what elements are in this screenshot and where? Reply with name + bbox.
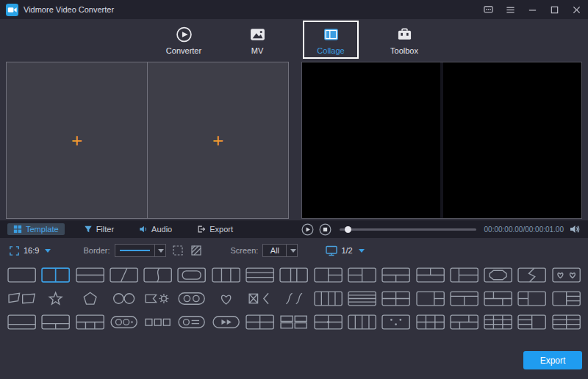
template-cell-heart[interactable] (212, 291, 240, 306)
template-cell-circles-dot[interactable] (110, 314, 138, 330)
template-cell-diagonal[interactable] (110, 267, 138, 283)
template-cell-rows-3[interactable] (245, 267, 274, 283)
window-controls (483, 4, 582, 15)
template-cell-grid-2x2-b[interactable] (245, 314, 274, 330)
collage-slot-1[interactable]: + (7, 62, 148, 218)
template-cell-left2-right1[interactable] (348, 267, 376, 283)
border-label: Border: (83, 246, 110, 255)
main-nav: Converter MV Collage Toolbox (0, 19, 588, 60)
tab-toolbox-label: Toolbox (390, 46, 418, 55)
page-dropdown-arrow[interactable] (359, 249, 365, 253)
template-icon (13, 225, 22, 234)
template-cell-split-h[interactable] (76, 267, 104, 283)
template-grid (0, 263, 588, 330)
seek-slider[interactable] (340, 228, 476, 231)
template-cell-grid-2x2[interactable] (381, 291, 410, 306)
template-cell-cols-4[interactable] (314, 291, 343, 306)
template-cell-grid-3x2[interactable] (416, 314, 445, 330)
template-cell-curve[interactable] (143, 267, 172, 283)
template-cell-star[interactable] (41, 291, 70, 306)
maximize-icon[interactable] (549, 4, 560, 15)
export-button[interactable]: Export (523, 351, 582, 369)
template-cell-grid-left-rows[interactable] (517, 314, 546, 330)
close-icon[interactable] (571, 4, 582, 15)
tab-converter[interactable]: Converter (156, 21, 212, 59)
template-cell-left-rows-2[interactable] (517, 291, 546, 306)
app-logo-icon (6, 4, 18, 16)
add-video-icon[interactable]: + (212, 131, 223, 150)
add-video-icon[interactable]: + (71, 131, 82, 150)
template-cell-circles-pill[interactable] (177, 291, 206, 306)
template-cell-wide-left-split[interactable] (416, 291, 445, 306)
border-hatch-button[interactable] (190, 244, 203, 257)
template-cell-cols-2-narrow[interactable] (279, 267, 308, 283)
tab-template[interactable]: Template (7, 223, 65, 235)
minimize-icon[interactable] (527, 4, 538, 15)
template-cell-grid-2x3[interactable] (552, 314, 581, 330)
template-cell-zigzag[interactable] (517, 267, 546, 283)
window-title: Vidmore Video Converter (24, 5, 114, 14)
template-cell-inset-rounded[interactable] (177, 267, 206, 283)
template-cell-bottom-split[interactable] (41, 314, 70, 330)
tab-template-label: Template (26, 225, 59, 234)
template-cell-top2-bottom1[interactable] (416, 267, 445, 283)
template-cell-t-shape[interactable] (450, 291, 478, 306)
seek-slider-knob[interactable] (345, 226, 351, 233)
border-line-sample (120, 250, 150, 251)
template-cell-flags[interactable] (7, 291, 36, 306)
template-cell-x-bracket[interactable] (245, 291, 274, 306)
control-strip: Template Filter Audio Export (0, 220, 588, 238)
feedback-icon[interactable] (483, 4, 494, 15)
template-cell-cols-4-b[interactable] (348, 314, 376, 330)
tab-audio[interactable]: Audio (133, 223, 178, 235)
template-cell-grid-mixed[interactable] (450, 314, 478, 330)
app-window: Vidmore Video Converter Convert (0, 0, 588, 379)
export-icon (197, 225, 206, 234)
collage-slot-2[interactable]: + (148, 62, 288, 218)
border-dropdown-arrow (158, 249, 164, 253)
template-cell-flag-gear[interactable] (143, 291, 172, 306)
tab-mv[interactable]: MV (229, 21, 285, 59)
menu-icon[interactable] (505, 4, 516, 15)
template-cell-waves[interactable] (279, 291, 308, 306)
tab-export-label: Export (209, 225, 233, 234)
tab-filter[interactable]: Filter (78, 223, 120, 235)
template-cell-left1-right2[interactable] (314, 267, 343, 283)
tab-toolbox[interactable]: Toolbox (376, 21, 432, 59)
aspect-ratio-select[interactable]: 16:9 (9, 245, 51, 256)
template-cell-grid-3x3[interactable] (484, 314, 512, 330)
template-cell-octagon[interactable] (484, 267, 512, 283)
template-cell-dots[interactable] (381, 314, 410, 330)
converter-icon (174, 25, 194, 44)
border-dash-button[interactable] (171, 244, 184, 257)
template-cell-blank[interactable] (7, 267, 36, 283)
play-button[interactable] (301, 223, 314, 236)
tab-export[interactable]: Export (191, 223, 239, 235)
template-cell-bottom-cols[interactable] (76, 314, 104, 330)
template-cell-top1-bottom2[interactable] (381, 267, 410, 283)
template-cell-right-rows-3[interactable] (552, 291, 581, 306)
template-cell-hearts[interactable] (552, 267, 581, 283)
template-cell-rows-4[interactable] (348, 291, 376, 306)
template-cell-pentagon[interactable] (76, 291, 104, 306)
template-cell-grid-2x2-gap[interactable] (279, 314, 308, 330)
template-cell-grid-cross[interactable] (314, 314, 343, 330)
template-cell-cols-3[interactable] (212, 267, 240, 283)
template-cell-ffwd[interactable] (212, 314, 240, 330)
template-cell-circle-lines[interactable] (177, 314, 206, 330)
template-cell-rows-2-uneven[interactable] (7, 314, 36, 330)
tab-audio-label: Audio (151, 225, 172, 234)
template-cell-split-v[interactable] (41, 267, 70, 283)
template-cell-circles[interactable] (110, 291, 138, 306)
stop-button[interactable] (319, 223, 331, 236)
template-cell-left-narrow[interactable] (450, 267, 478, 283)
volume-icon[interactable] (569, 223, 581, 235)
template-cell-squares-3[interactable] (143, 314, 172, 330)
screen-select[interactable]: All (262, 244, 298, 257)
monitor-icon (326, 245, 337, 256)
template-cell-grid-uneven[interactable] (484, 291, 512, 306)
border-line-dropdown[interactable] (115, 244, 166, 257)
aspect-dropdown-arrow[interactable] (45, 249, 51, 253)
tab-collage-label: Collage (317, 46, 344, 55)
tab-collage[interactable]: Collage (303, 21, 359, 59)
